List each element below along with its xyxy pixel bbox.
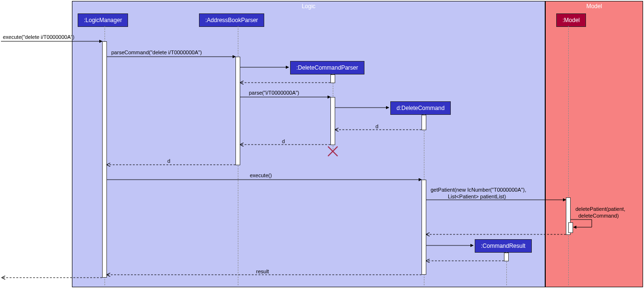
activation-delete-command-2 (422, 180, 426, 275)
msg-parse: parse("i/T0000000A") (249, 90, 299, 96)
activation-delete-command-parser-2 (330, 97, 335, 145)
msg-delete-patient-1: deletePatient(patient, (575, 206, 625, 212)
msg-get-patient-2: List<Patient> patientList) (448, 194, 506, 199)
msg-delete-patient-2: deleteCommand) (578, 213, 619, 219)
frame-logic-label: Logic (72, 3, 545, 10)
activation-logic-manager (102, 41, 107, 278)
msg-get-patient-1: getPatient(new IcNumber("T0000000A"), (431, 187, 526, 193)
activation-address-book-parser (235, 57, 240, 165)
msg-execute: execute("delete i/T0000000A") (3, 34, 74, 40)
msg-parse-command: parseCommand("delete i/T0000000A") (111, 49, 202, 55)
msg-d1: d (375, 123, 378, 129)
participant-logic-manager: :LogicManager (78, 13, 128, 27)
participant-address-book-parser: :AddressBookParser (199, 13, 264, 27)
participant-delete-command: d:DeleteCommand (390, 101, 451, 115)
activation-delete-command-1 (422, 115, 426, 130)
participant-delete-command-parser: :DeleteCommandParser (290, 61, 364, 74)
msg-d3: d (167, 158, 170, 164)
frame-model-label: Model (546, 3, 643, 10)
activation-delete-command-parser-1 (330, 74, 335, 83)
msg-execute-empty: execute() (250, 172, 272, 178)
participant-command-result: :CommandResult (475, 239, 532, 253)
participant-model: :Model (556, 13, 586, 27)
activation-command-result (504, 253, 509, 261)
msg-d2: d (282, 138, 285, 144)
frame-logic: Logic (72, 1, 545, 287)
activation-model-2 (568, 222, 573, 233)
frame-model: Model (545, 1, 643, 287)
msg-result: result (256, 269, 269, 274)
lifeline-model (568, 26, 569, 285)
